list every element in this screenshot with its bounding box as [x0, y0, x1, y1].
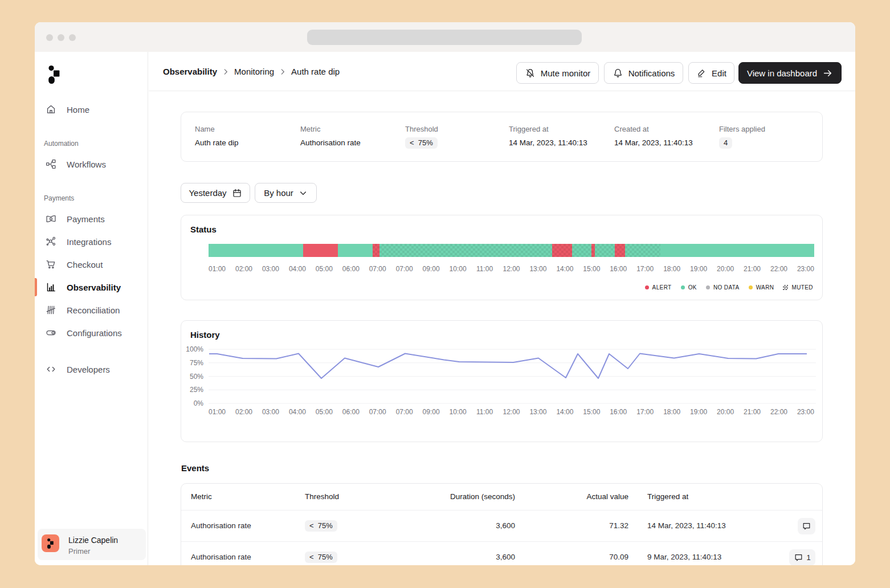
svg-text:75%: 75% [190, 359, 203, 367]
svg-text:0%: 0% [194, 399, 204, 407]
svg-text:100%: 100% [186, 345, 203, 353]
svg-text:25%: 25% [190, 386, 203, 394]
svg-text:50%: 50% [190, 373, 203, 381]
